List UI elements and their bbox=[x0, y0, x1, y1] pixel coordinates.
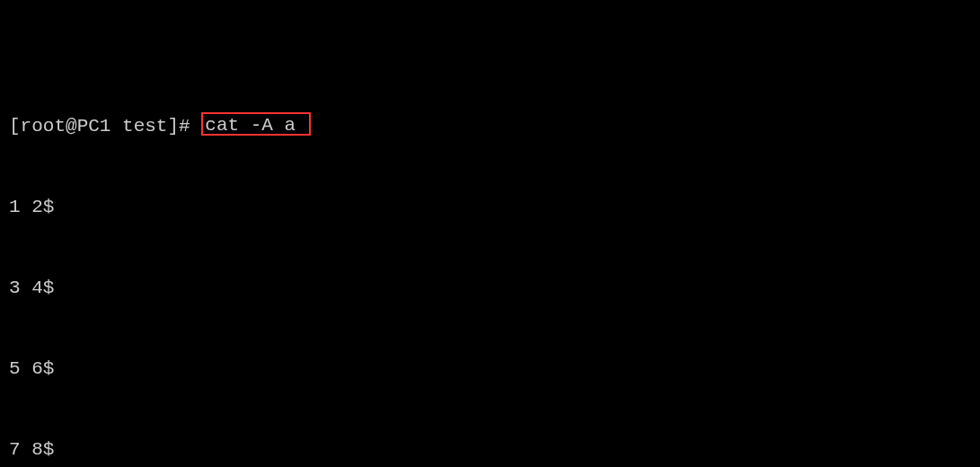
prompt-host: PC1 bbox=[77, 116, 111, 137]
output-line: 7 8$ bbox=[9, 436, 971, 463]
prompt-at: @ bbox=[66, 116, 77, 137]
output-line: 1 2$ bbox=[9, 194, 971, 221]
command-text: cat -A a bbox=[205, 115, 296, 136]
command-pad bbox=[296, 115, 307, 136]
prompt-user: root bbox=[21, 116, 66, 137]
prompt-close-bracket: ] bbox=[167, 116, 179, 137]
prompt-open-bracket: [ bbox=[9, 116, 21, 137]
output-line: 5 6$ bbox=[9, 356, 971, 383]
output-line: 3 4$ bbox=[9, 275, 971, 302]
terminal-window[interactable]: [root@PC1 test]# cat -A a 1 2$ 3 4$ 5 6$… bbox=[0, 0, 980, 467]
prompt-path: test bbox=[122, 116, 167, 137]
prompt-line: [root@PC1 test]# cat -A a bbox=[9, 113, 971, 140]
command-highlight-box: cat -A a bbox=[201, 112, 310, 136]
prompt-hash: # bbox=[179, 116, 190, 137]
